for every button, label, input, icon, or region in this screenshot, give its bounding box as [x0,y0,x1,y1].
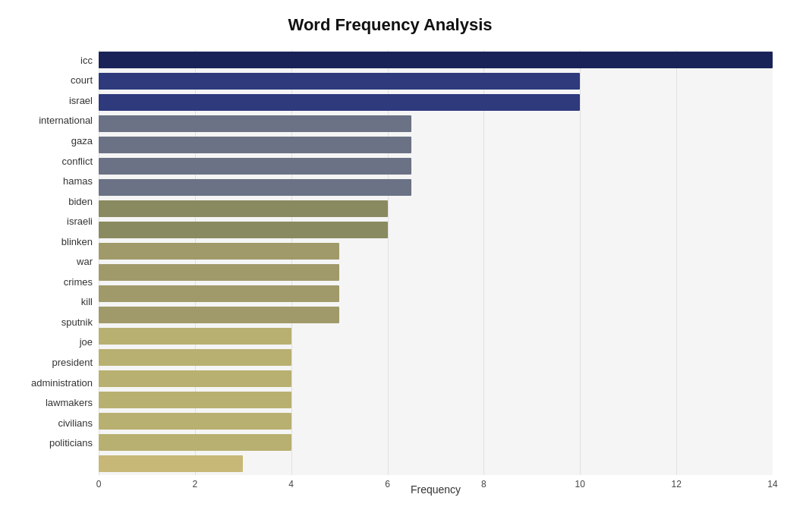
bar-hamas [99,179,411,196]
x-tick-8: 8 [481,479,487,490]
grid-line [580,50,581,475]
bar-court [99,73,580,90]
bar-war [99,264,339,281]
chart-title: Word Frequency Analysis [8,15,773,35]
y-label-joe: joe [80,332,93,353]
bar-gaza [99,137,411,153]
y-label-war: war [77,251,93,272]
bar-icc [99,52,773,68]
bar-conflict [99,158,411,175]
bar-row [99,328,773,345]
grid-line [676,50,677,475]
bar-row [99,73,773,90]
y-label-international: international [39,111,93,131]
bar-sputnik [99,328,291,345]
bars-wrapper [99,50,773,475]
bar-row [99,179,773,196]
bar-israel [99,94,580,111]
bar-row [99,243,773,260]
y-label-lawmakers: lawmakers [46,392,93,413]
x-tick-2: 2 [193,479,198,490]
bar-administration [99,392,291,408]
x-tick-14: 14 [767,479,777,490]
bar-row [99,94,773,111]
y-label-israel: israel [69,90,93,111]
bars-area [99,50,773,475]
x-tick-4: 4 [288,479,294,490]
bar-international [99,115,411,132]
bar-politicians [99,455,243,472]
y-label-biden: biden [68,191,93,212]
bar-president [99,370,291,387]
bar-row [99,370,773,387]
bar-blinken [99,243,339,260]
bar-row [99,158,773,175]
y-label-sputnik: sputnik [61,312,93,332]
chart-area: icccourtisraelinternationalgazaconflicth… [8,50,773,476]
y-label-blinken: blinken [61,231,93,252]
bars-and-xaxis: Frequency 02468101214 [99,50,773,476]
y-label-hamas: hamas [63,171,93,191]
bar-row [99,137,773,153]
y-label-conflict: conflict [62,151,93,172]
bar-row [99,392,773,408]
x-tick-10: 10 [575,479,585,490]
y-label-icc: icc [80,50,93,71]
bar-row [99,413,773,430]
y-label-crimes: crimes [64,272,93,292]
y-label-politicians: politicians [49,433,93,453]
bar-row [99,52,773,68]
bar-row [99,222,773,238]
x-axis: Frequency 02468101214 [99,475,773,479]
bar-row [99,349,773,366]
bar-row [99,200,773,217]
x-tick-0: 0 [96,479,102,490]
bar-row [99,455,773,472]
x-tick-12: 12 [671,479,681,490]
y-axis: icccourtisraelinternationalgazaconflicth… [8,50,99,476]
y-label-civilians: civilians [58,413,93,433]
chart-container: Word Frequency Analysis icccourtisraelin… [0,0,803,532]
grid-line [291,50,292,475]
bar-crimes [99,285,339,302]
bar-civilians [99,434,291,451]
y-label-israeli: israeli [67,211,93,231]
grid-line [99,50,99,475]
bar-row [99,264,773,281]
x-axis-label: Frequency [411,483,461,496]
y-label-court: court [71,71,93,91]
x-tick-6: 6 [385,479,390,490]
y-label-kill: kill [81,292,93,313]
grid-line [483,50,484,475]
grid-line [195,50,196,475]
bar-row [99,115,773,132]
y-label-president: president [52,352,93,373]
bar-row [99,285,773,302]
bar-row [99,434,773,451]
bar-joe [99,349,291,366]
bar-row [99,307,773,323]
grid-line [388,50,389,475]
bar-kill [99,307,339,323]
bar-lawmakers [99,413,291,430]
y-label-administration: administration [31,373,93,393]
y-label-gaza: gaza [71,131,93,151]
bar-israeli [99,222,388,238]
bar-biden [99,200,388,217]
